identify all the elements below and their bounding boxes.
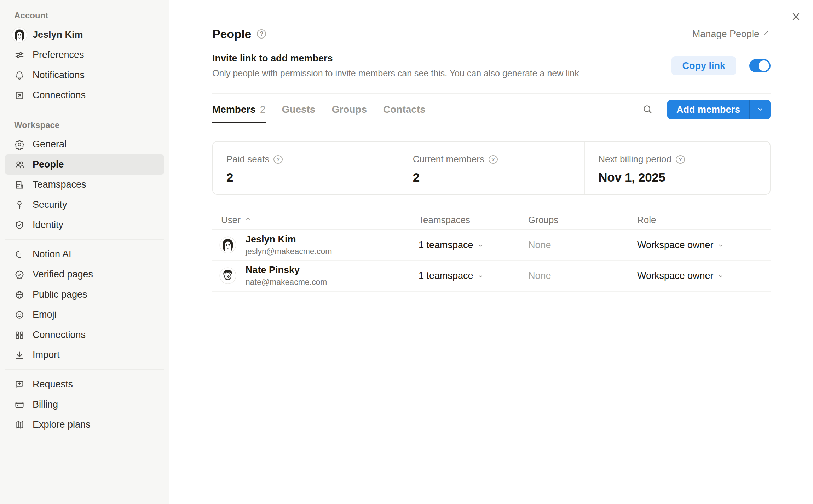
sidebar-item-label: Identity [33,219,63,230]
groups-value: None [528,270,637,281]
add-members-dropdown[interactable] [750,100,771,119]
help-icon[interactable] [676,155,685,164]
sidebar-item-label: Public pages [33,289,87,300]
sidebar-item-preferences[interactable]: Preferences [5,45,164,65]
credit-card-icon [14,399,25,410]
role-dropdown[interactable]: Workspace owner [637,270,771,281]
sidebar-divider [5,369,164,370]
sidebar-item-identity[interactable]: Identity [5,215,164,235]
people-settings-panel: People Manage People Invite link to add … [169,0,813,504]
column-header-groups: Groups [528,215,637,225]
groups-value: None [528,240,637,251]
sidebar-item-label: Import [33,350,60,361]
copy-link-button[interactable]: Copy link [671,56,736,75]
page-title: People [212,27,251,41]
invite-link-description: Only people with permission to invite me… [212,68,500,78]
sidebar-item-security[interactable]: Security [5,195,164,215]
sidebar-item-label: Jeslyn Kim [33,29,83,40]
arrow-up-right-square-icon [14,90,25,101]
tab-label: Members [212,104,256,115]
verified-badge-icon [14,269,25,280]
help-icon[interactable] [257,29,266,39]
tab-guests[interactable]: Guests [282,99,316,123]
sort-ascending-icon [244,216,252,224]
sidebar-item-notifications[interactable]: Notifications [5,65,164,85]
sidebar-item-label: Verified pages [33,269,93,280]
sidebar-item-general[interactable]: General [5,134,164,154]
arrow-up-right-icon [762,29,771,40]
settings-sidebar: Account Jeslyn Kim Preferences Notificat… [0,0,169,504]
help-icon[interactable] [273,155,283,164]
stat-paid-seats: Paid seats 2 [213,142,399,194]
sidebar-item-account-profile[interactable]: Jeslyn Kim [5,25,164,45]
manage-people-link[interactable]: Manage People [692,29,771,40]
stat-next-billing-period: Next billing period Nov 1, 2025 [584,142,770,194]
key-icon [14,200,25,210]
stat-label: Next billing period [598,154,671,165]
map-icon [14,420,25,430]
member-email: nate@makeacme.com [246,277,327,287]
generate-new-link[interactable]: generate a new link [502,68,579,78]
sidebar-item-emoji[interactable]: Emoji [5,305,164,325]
tab-groups[interactable]: Groups [331,99,367,123]
close-button[interactable] [788,9,804,25]
teamspaces-dropdown[interactable]: 1 teamspace [419,270,528,281]
jeslyn-avatar-icon [12,27,27,43]
sidebar-item-people[interactable]: People [5,154,164,175]
sidebar-item-label: Notifications [33,70,85,81]
stat-value: 2 [413,170,584,184]
search-button[interactable] [640,102,655,117]
sidebar-item-billing[interactable]: Billing [5,394,164,415]
sidebar-item-label: Connections [33,90,86,101]
teamspaces-dropdown[interactable]: 1 teamspace [419,240,528,251]
member-name: Jeslyn Kim [246,234,332,245]
member-name: Nate Pinsky [246,265,327,276]
role-dropdown[interactable]: Workspace owner [637,240,771,251]
tab-members[interactable]: Members 2 [212,99,266,123]
sidebar-item-label: General [33,139,67,150]
sidebar-item-verified-pages[interactable]: Verified pages [5,264,164,285]
stat-label: Paid seats [226,154,269,165]
sidebar-item-teamspaces[interactable]: Teamspaces [5,175,164,195]
sidebar-item-label: Emoji [33,309,57,320]
stat-value: 2 [226,170,399,184]
page-header: People Manage People [212,25,771,42]
nate-avatar-icon [219,267,236,284]
manage-people-label: Manage People [692,29,759,40]
chevron-down-icon [477,242,484,249]
bell-icon [14,70,25,81]
invite-link-title: Invite link to add members [212,53,579,64]
column-label: User [221,215,241,225]
sidebar-item-import[interactable]: Import [5,345,164,365]
tab-label: Contacts [383,104,426,115]
sidebar-item-label: Connections [33,329,86,340]
sidebar-item-label: Security [33,199,67,210]
chat-bubble-up-icon [14,379,25,390]
sidebar-item-public-pages[interactable]: Public pages [5,285,164,305]
download-icon [14,350,25,361]
sidebar-item-explore-plans[interactable]: Explore plans [5,415,164,435]
sidebar-item-label: Teamspaces [33,179,86,190]
sidebar-item-requests[interactable]: Requests [5,374,164,394]
sidebar-item-workspace-connections[interactable]: Connections [5,325,164,345]
sidebar-item-account-connections[interactable]: Connections [5,85,164,105]
sidebar-item-notion-ai[interactable]: Notion AI [5,244,164,264]
teamspaces-value: 1 teamspace [419,270,473,281]
add-members-button[interactable]: Add members [667,100,771,119]
member-row: Nate Pinsky nate@makeacme.com 1 teamspac… [212,261,771,292]
jeslyn-avatar-icon [219,236,236,253]
sidebar-item-label: Notion AI [33,249,71,260]
toggle-knob [759,60,769,71]
search-icon [642,104,653,116]
column-label: Groups [528,215,558,225]
chevron-down-icon [717,272,724,280]
building-icon [14,180,25,190]
invite-link-toggle[interactable] [749,59,771,72]
help-icon[interactable] [489,155,498,164]
column-header-user[interactable]: User [212,215,419,225]
teamspaces-value: 1 teamspace [419,240,473,251]
workspace-section-heading: Workspace [0,120,169,134]
settings-dialog: Account Jeslyn Kim Preferences Notificat… [0,0,813,504]
chevron-down-icon [756,105,764,114]
tab-contacts[interactable]: Contacts [383,99,426,123]
